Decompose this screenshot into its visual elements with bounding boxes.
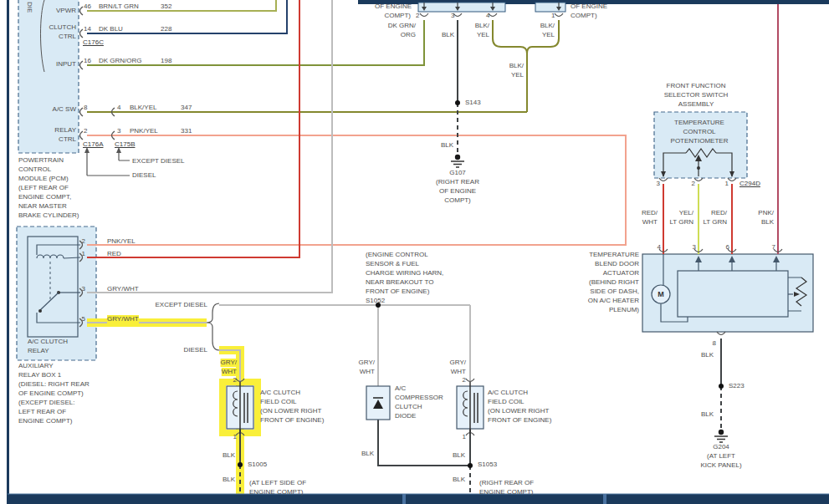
text-label: 3 <box>451 12 454 20</box>
text-label: 14 <box>84 25 91 33</box>
splice: S143 <box>465 99 481 107</box>
text-label: CLUTCH <box>395 403 422 411</box>
text-label: BLK <box>761 218 774 227</box>
wire-color: RED/ <box>711 209 727 217</box>
wire-color: BLK <box>441 141 453 150</box>
variant-note: DIESEL <box>132 171 156 180</box>
text-label: SELECTOR SWITCH <box>664 91 729 99</box>
connector-note: OF ENGINE <box>375 3 412 11</box>
relay-name: A/C CLUTCH <box>28 338 68 346</box>
circuit-number: 347 <box>181 104 192 112</box>
wire-color: BLK <box>701 351 714 359</box>
text-label: COMPT) <box>444 196 471 205</box>
text-label: 2 <box>82 237 85 246</box>
text-label: CTRL <box>59 33 76 41</box>
text-label: FRONT OF ENGINE) <box>366 288 429 296</box>
splice: S1053 <box>478 461 497 469</box>
wire-color: GRY/WHT <box>107 285 139 293</box>
text-label: RELAY BOX 1 <box>18 371 61 379</box>
splice: S223 <box>729 382 745 390</box>
text-label: LT GRN <box>669 218 693 227</box>
text-label: 2 <box>233 376 237 384</box>
text-label: ORG <box>401 31 416 39</box>
wire-color: BLK/YEL <box>130 104 156 112</box>
wire-color: DK BLU <box>99 25 123 33</box>
wire-color: PNK/YEL <box>107 237 136 246</box>
component-name: TEMPERATURE <box>674 119 724 127</box>
wire-color-highlighted: GRY/ <box>221 359 237 367</box>
connector-ref[interactable]: C176A <box>83 140 103 149</box>
text-label: YEL <box>542 31 555 39</box>
text-label: 16 <box>84 57 91 65</box>
text-label: (RIGHT REAR <box>436 178 479 186</box>
connector-ref[interactable]: C294D <box>739 180 760 188</box>
text-label: WHT <box>642 218 658 227</box>
text-label: FRONT OF ENGINE) <box>488 416 551 425</box>
ground-name: G204 <box>713 443 729 451</box>
wire-color: YEL/ <box>679 209 693 217</box>
text-label: 8 <box>84 104 87 112</box>
text-label: 4 <box>117 104 120 112</box>
connector-note: OF ENGINE <box>571 3 607 11</box>
text-label: ACTUATOR <box>603 269 639 277</box>
text-label: FIELD COIL <box>260 398 297 406</box>
wire-color: RED <box>107 250 121 258</box>
wire-color: BLK <box>223 451 235 460</box>
wire-color: RED/ <box>642 209 658 217</box>
wire-color: GRY/ <box>359 359 375 367</box>
text-label: 3 <box>117 127 120 135</box>
wire-color: BLK <box>361 450 374 458</box>
connector-ref[interactable]: C175B <box>115 140 135 149</box>
text-label: WHT <box>360 368 375 376</box>
circuit-number: 228 <box>161 25 171 33</box>
text-label: COMPT) <box>384 12 411 20</box>
component-name: A/C CLUTCH <box>488 389 528 397</box>
wire-color: BLK <box>701 410 714 419</box>
splice-note: (ENGINE CONTROL <box>366 251 428 259</box>
wire-color: DK GRN/ <box>388 22 416 30</box>
text-label: LT GRN <box>703 218 727 227</box>
splice: S1052 <box>366 297 385 305</box>
circuit-number: 331 <box>181 127 192 135</box>
text-label: 4 <box>658 243 661 252</box>
text-label: YEL <box>477 31 489 39</box>
text-label: MODULE (PCM) <box>18 175 69 183</box>
text-label: 46 <box>84 3 91 11</box>
text-label: ENGINE COMPT) <box>479 488 533 496</box>
text-label: 7 <box>772 243 775 252</box>
text-label: 1 <box>551 12 555 20</box>
splice: S1005 <box>248 461 267 469</box>
pcm-pin-clutch-ctrl: CLUTCH <box>49 23 76 32</box>
wire-color-highlighted: GRY/WHT <box>107 315 139 323</box>
wire-color: PNK/YEL <box>130 127 158 135</box>
text-label: 5 <box>82 315 85 323</box>
text-label: SENSOR & FUEL <box>366 260 419 268</box>
text-label: (ON LOWER RIGHT <box>260 407 321 415</box>
text-label: COMPT) <box>571 12 597 20</box>
connector-ref[interactable]: C176C <box>83 38 104 47</box>
text-label: LEFT REAR OF <box>18 408 66 416</box>
text-label: (ON LOWER RIGHT <box>488 407 549 415</box>
text-label: CONTROL <box>18 165 51 174</box>
text-label: NEAR MASTER <box>18 202 67 211</box>
text-label: 6 <box>726 243 729 252</box>
wire-color: BLK <box>453 476 465 484</box>
text-label: (DIESEL: RIGHT REAR <box>18 380 90 389</box>
pcm-description: POWERTRAIN <box>18 156 64 165</box>
text-label: ENGINE COMPT) <box>18 417 72 425</box>
text-label: (EXCEPT DIESEL: <box>18 399 74 407</box>
text-label: (LEFT REAR OF <box>18 184 69 192</box>
component-name: TEMPERATURE <box>589 251 639 259</box>
text-label: SIDE OF DASH, <box>590 288 639 296</box>
text-label: 8 <box>713 339 716 348</box>
text-label: CHARGE WIRING HARN, <box>366 269 443 277</box>
text-label: (AT LEFT <box>707 452 735 461</box>
text-label: WHT <box>451 368 466 376</box>
wire-color: GRY/ <box>450 359 466 367</box>
assembly-title: FRONT FUNCTION <box>667 82 726 90</box>
text-label: 1 <box>725 180 729 188</box>
text-label: YEL <box>511 71 524 79</box>
component-name: A/C <box>395 384 406 393</box>
text-label: 2 <box>463 376 466 384</box>
text-label: WHT <box>222 368 237 376</box>
